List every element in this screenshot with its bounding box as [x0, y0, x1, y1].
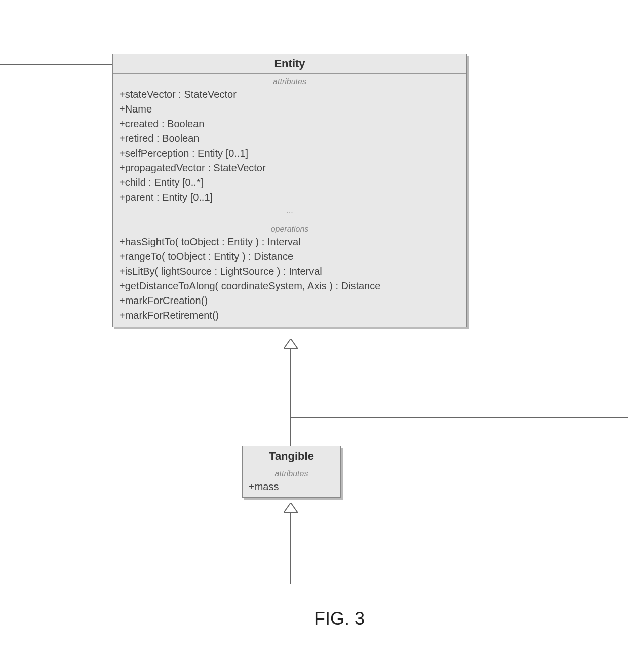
entity-operation: +hasSightTo( toObject : Entity ) : Inter…	[119, 235, 460, 249]
figure-label: FIG. 3	[314, 608, 365, 629]
operations-label: operations	[119, 223, 460, 235]
entity-operation: +getDistanceToAlong( coordinateSystem, A…	[119, 279, 460, 293]
tangible-attributes-section: attributes +mass	[243, 466, 340, 497]
entity-attribute: +created : Boolean	[119, 117, 460, 131]
entity-operation: +markForCreation()	[119, 293, 460, 308]
entity-attribute: +stateVector : StateVector	[119, 87, 460, 102]
entity-operation: +isLitBy( lightSource : LightSource ) : …	[119, 264, 460, 279]
ellipsis-icon: ...	[119, 205, 460, 217]
tangible-attribute: +mass	[249, 479, 334, 494]
entity-attribute: +parent : Entity [0..1]	[119, 190, 460, 205]
entity-title: Entity	[113, 54, 466, 74]
svg-marker-1	[284, 503, 298, 513]
generalization-arrowhead-icon	[284, 339, 298, 350]
diagram-canvas: Entity attributes +stateVector : StateVe…	[0, 0, 628, 672]
entity-attributes-section: attributes +stateVector : StateVector +N…	[113, 74, 466, 221]
connector-line	[290, 513, 291, 584]
entity-attribute: +retired : Boolean	[119, 131, 460, 146]
entity-operation: +markForRetirement()	[119, 308, 460, 323]
attributes-label: attributes	[119, 76, 460, 87]
tangible-title: Tangible	[243, 446, 340, 466]
uml-class-entity: Entity attributes +stateVector : StateVe…	[112, 54, 467, 327]
generalization-arrowhead-icon	[284, 503, 298, 514]
connector-line	[0, 64, 112, 65]
attributes-label: attributes	[249, 468, 334, 479]
entity-attribute: +Name	[119, 102, 460, 117]
entity-operation: +rangeTo( toObject : Entity ) : Distance	[119, 249, 460, 264]
uml-class-tangible: Tangible attributes +mass	[242, 446, 341, 498]
entity-attribute: +propagatedVector : StateVector	[119, 161, 460, 175]
connector-line	[290, 349, 291, 446]
entity-operations-section: operations +hasSightTo( toObject : Entit…	[113, 221, 466, 327]
entity-attribute: +selfPerception : Entity [0..1]	[119, 146, 460, 161]
entity-attribute: +child : Entity [0..*]	[119, 175, 460, 190]
connector-line	[290, 417, 628, 418]
svg-marker-0	[284, 339, 298, 349]
